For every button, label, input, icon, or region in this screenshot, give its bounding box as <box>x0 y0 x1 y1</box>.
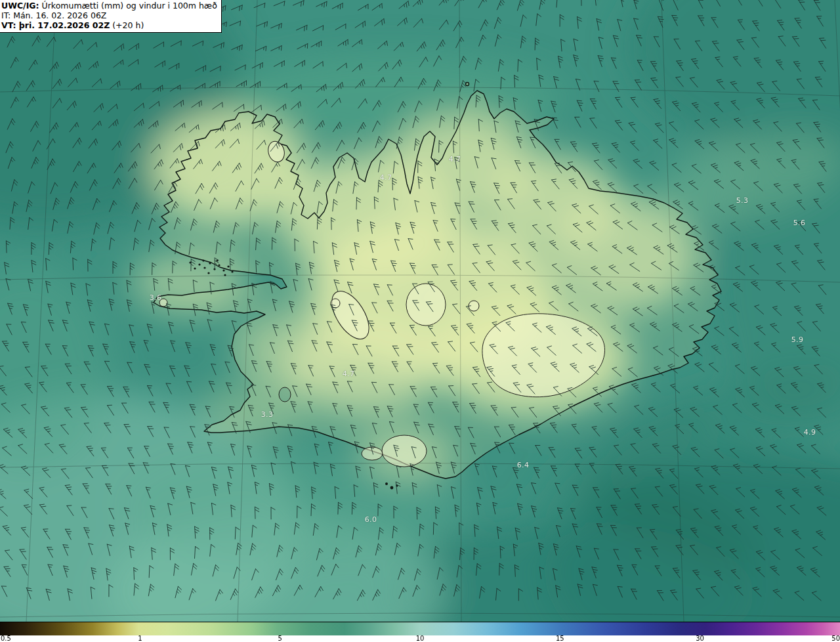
map-area: 4.74.75.35.63.65.94.73.34.96.46.0 <box>0 0 840 622</box>
colorbar-label: 30 <box>696 635 704 642</box>
colorbar-labels: 0.51510153050 <box>0 635 840 642</box>
colorbar-label: 10 <box>416 635 425 642</box>
colorbar-label: 5 <box>278 635 282 642</box>
valid-time: VT: þri. 17.02.2026 02Z (+20 h) <box>1 20 217 30</box>
weather-map-product: 4.74.75.35.63.65.94.73.34.96.46.0 UWC/IG… <box>0 0 840 642</box>
product-description: Úrkomumætti (mm) og vindur i 100m hæð <box>39 1 217 11</box>
valid-time-main: VT: þri. 17.02.2026 02Z <box>1 20 110 30</box>
product-title: UWC/IG: Úrkomumætti (mm) og vindur i 100… <box>1 1 217 11</box>
colorbar-label: 0.5 <box>1 635 11 642</box>
title-box: UWC/IG: Úrkomumætti (mm) og vindur i 100… <box>0 0 222 33</box>
colorbar-label: 50 <box>831 635 840 642</box>
colorbar-label: 1 <box>138 635 142 642</box>
precipitation-colorbar <box>0 622 840 635</box>
valid-time-offset: (+20 h) <box>110 20 144 30</box>
product-code: UWC/IG: <box>1 1 39 11</box>
colorbar-label: 15 <box>556 635 564 642</box>
init-time: IT: Mán. 16. 02. 2026 06Z <box>1 11 217 20</box>
map-canvas <box>0 0 840 622</box>
